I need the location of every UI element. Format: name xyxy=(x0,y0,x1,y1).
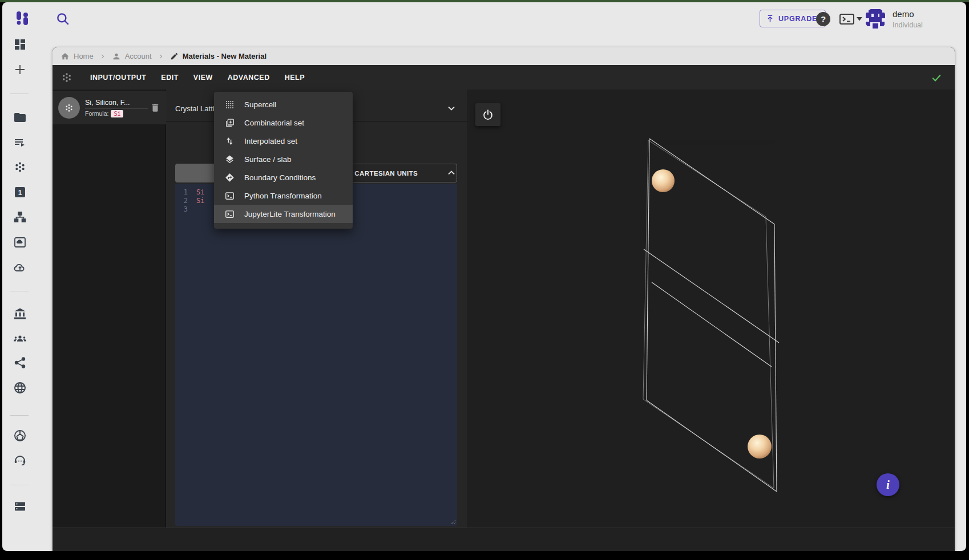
support-icon[interactable] xyxy=(13,453,27,467)
code-line: Si xyxy=(196,197,204,205)
menu-item-interpolated-set[interactable]: Interpolated set xyxy=(214,132,353,150)
user-plan: Individual xyxy=(893,21,923,29)
line-number: 1 xyxy=(175,188,188,197)
material-name-field[interactable]: Si, Silicon, F... xyxy=(85,99,148,108)
sidebar-divider xyxy=(10,291,29,291)
globe-icon[interactable] xyxy=(13,381,27,395)
breadcrumb-account[interactable]: Account xyxy=(112,52,152,61)
chevron-down-icon[interactable] xyxy=(446,103,457,114)
delete-material-icon[interactable] xyxy=(150,102,160,113)
menu-item-supercell[interactable]: Supercell xyxy=(214,95,353,113)
unit-cell-wireframe xyxy=(467,90,955,527)
save-check-icon[interactable] xyxy=(931,72,942,83)
sidebar-divider xyxy=(10,415,29,416)
breadcrumb-current: Materials - New Material xyxy=(170,52,267,60)
avatar-identicon[interactable] xyxy=(865,8,886,30)
resize-handle[interactable] xyxy=(450,518,455,524)
chevron-right-icon xyxy=(99,52,107,60)
user-name[interactable]: demo xyxy=(893,9,914,19)
app-logo[interactable] xyxy=(14,10,31,27)
designer-menu-bar: INPUT/OUTPUT EDIT VIEW ADVANCED HELP xyxy=(53,65,955,90)
console-icon xyxy=(839,13,855,25)
menu-view[interactable]: VIEW xyxy=(193,74,213,82)
share-icon[interactable] xyxy=(13,356,27,370)
line-number: 2 xyxy=(175,197,188,205)
ball-icon[interactable] xyxy=(13,429,27,443)
material-list-item[interactable]: Si, Silicon, F... Formula: Si xyxy=(53,91,166,124)
power-button[interactable] xyxy=(475,103,500,126)
menu-item-jupyterlite-transformation[interactable]: JupyterLite Transformation xyxy=(214,205,353,223)
menu-help[interactable]: HELP xyxy=(285,74,305,82)
caret-down-icon xyxy=(857,17,862,21)
card-footer xyxy=(53,527,955,551)
formula-label: Formula: xyxy=(85,110,108,117)
search-icon[interactable] xyxy=(55,11,70,26)
person-icon xyxy=(112,52,121,61)
people-icon[interactable] xyxy=(13,331,27,345)
plus-icon[interactable] xyxy=(13,63,27,76)
power-icon xyxy=(482,108,494,121)
material-avatar xyxy=(58,97,80,119)
cloud-upload-icon[interactable] xyxy=(13,261,27,274)
app-window: UPGRADE ? demo xyxy=(2,2,966,551)
breadcrumb-home[interactable]: Home xyxy=(60,52,94,61)
upgrade-upload-icon xyxy=(766,14,774,23)
folder-icon[interactable] xyxy=(13,111,27,124)
swap-vert-icon xyxy=(225,136,235,146)
atoms-icon xyxy=(60,71,73,84)
supercell-grid-icon xyxy=(225,100,235,109)
menu-item-python-transformation[interactable]: Python Transformation xyxy=(214,186,353,205)
breadcrumb: Home Account Materials - New Material xyxy=(53,47,955,65)
basis-code-editor[interactable]: 1 Si 2 Si 3 xyxy=(175,184,457,526)
advanced-dropdown-menu: Supercell Combinatorial set xyxy=(214,92,353,229)
page: UPGRADE ? demo xyxy=(0,0,969,560)
menu-advanced[interactable]: ADVANCED xyxy=(228,74,270,82)
terminal-icon xyxy=(225,191,235,201)
info-fab[interactable]: i xyxy=(877,473,899,496)
formula-chip: Si xyxy=(111,110,123,117)
console-menu-button[interactable] xyxy=(839,13,864,25)
directions-diamond-icon xyxy=(225,173,235,182)
upgrade-label: UPGRADE xyxy=(778,15,817,23)
menu-edit[interactable]: EDIT xyxy=(161,74,178,82)
sidebar-divider xyxy=(10,485,29,485)
help-icon[interactable]: ? xyxy=(816,12,830,26)
library-add-icon xyxy=(225,118,235,128)
dashboard-icon[interactable] xyxy=(13,38,27,51)
menu-item-combinatorial-set[interactable]: Combinatorial set xyxy=(214,113,353,132)
pencil-icon xyxy=(170,52,179,60)
atom-si-1 xyxy=(652,169,675,192)
image-box-icon[interactable] xyxy=(13,236,27,249)
content-card: Home Account Materials - New Material xyxy=(53,47,955,551)
workflow-tree-icon[interactable] xyxy=(13,210,27,224)
menu-item-surface-slab[interactable]: Surface / slab xyxy=(214,150,353,168)
layers-icon xyxy=(225,155,235,164)
bank-icon[interactable] xyxy=(13,307,27,320)
code-line: Si xyxy=(196,188,204,197)
playlist-icon[interactable] xyxy=(13,136,27,149)
menu-item-boundary-conditions[interactable]: Boundary Conditions xyxy=(214,168,353,186)
terminal-icon xyxy=(225,209,235,219)
one-square-icon[interactable]: 1 xyxy=(13,185,27,199)
home-icon xyxy=(60,52,70,61)
atom-si-2 xyxy=(748,435,772,458)
atoms-icon[interactable] xyxy=(13,160,27,174)
top-app-bar: UPGRADE ? demo xyxy=(2,2,966,35)
designer-body: Si, Silicon, F... Formula: Si Crystal La… xyxy=(53,90,955,527)
crystal-3d-viewer[interactable] xyxy=(467,90,955,527)
svg-text:1: 1 xyxy=(18,189,22,197)
menu-input-output[interactable]: INPUT/OUTPUT xyxy=(90,74,146,82)
chevron-right-icon xyxy=(157,52,165,60)
line-number: 3 xyxy=(175,205,188,214)
sidebar-divider xyxy=(10,94,29,94)
storage-icon[interactable] xyxy=(13,500,27,513)
materials-list-panel: Si, Silicon, F... Formula: Si xyxy=(53,90,166,527)
